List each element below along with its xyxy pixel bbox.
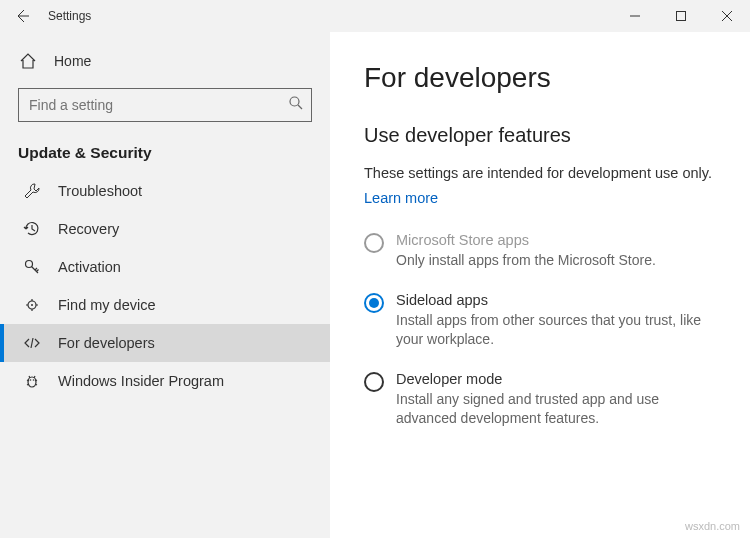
radio-desc: Only install apps from the Microsoft Sto…	[396, 251, 656, 270]
sidebar-item-label: Recovery	[58, 221, 119, 237]
maximize-icon	[676, 11, 686, 21]
radio-icon	[364, 293, 384, 313]
search-container	[18, 88, 312, 122]
radio-microsoft-store-apps[interactable]: Microsoft Store apps Only install apps f…	[364, 232, 722, 270]
sidebar-item-label: Troubleshoot	[58, 183, 142, 199]
svg-point-6	[30, 379, 32, 381]
code-icon	[22, 334, 42, 352]
section-header: Update & Security	[0, 140, 330, 172]
learn-more-link[interactable]: Learn more	[364, 190, 438, 206]
search-input[interactable]	[18, 88, 312, 122]
radio-group: Microsoft Store apps Only install apps f…	[364, 232, 722, 427]
radio-developer-mode[interactable]: Developer mode Install any signed and tr…	[364, 371, 722, 428]
sidebar-item-windows-insider[interactable]: Windows Insider Program	[0, 362, 330, 400]
sidebar-item-recovery[interactable]: Recovery	[0, 210, 330, 248]
page-subheading: Use developer features	[364, 124, 722, 147]
radio-title: Developer mode	[396, 371, 722, 387]
sidebar-item-find-my-device[interactable]: Find my device	[0, 286, 330, 324]
close-icon	[722, 11, 732, 21]
svg-point-5	[28, 377, 36, 387]
radio-sideload-apps[interactable]: Sideload apps Install apps from other so…	[364, 292, 722, 349]
sidebar: Home Update & Security Troubleshoot Reco…	[0, 32, 330, 538]
radio-icon	[364, 372, 384, 392]
history-icon	[22, 220, 42, 238]
titlebar: Settings	[0, 0, 750, 32]
sidebar-item-label: Windows Insider Program	[58, 373, 224, 389]
home-label: Home	[54, 53, 91, 69]
location-icon	[22, 296, 42, 314]
svg-point-2	[26, 261, 33, 268]
home-icon	[18, 52, 38, 70]
key-icon	[22, 258, 42, 276]
sidebar-item-label: For developers	[58, 335, 155, 351]
arrow-left-icon	[14, 8, 30, 24]
maximize-button[interactable]	[658, 0, 704, 32]
minimize-button[interactable]	[612, 0, 658, 32]
sidebar-item-label: Activation	[58, 259, 121, 275]
sidebar-item-activation[interactable]: Activation	[0, 248, 330, 286]
svg-point-4	[31, 304, 33, 306]
content-area: Home Update & Security Troubleshoot Reco…	[0, 32, 750, 538]
wrench-icon	[22, 182, 42, 200]
search-icon	[288, 95, 304, 115]
back-button[interactable]	[8, 2, 36, 30]
page-heading: For developers	[364, 62, 722, 94]
sidebar-item-label: Find my device	[58, 297, 156, 313]
watermark: wsxdn.com	[685, 520, 740, 532]
home-nav[interactable]: Home	[0, 44, 330, 78]
radio-title: Sideload apps	[396, 292, 722, 308]
minimize-icon	[630, 11, 640, 21]
close-button[interactable]	[704, 0, 750, 32]
svg-point-1	[290, 97, 299, 106]
svg-rect-0	[677, 12, 686, 21]
bug-icon	[22, 372, 42, 390]
sidebar-item-troubleshoot[interactable]: Troubleshoot	[0, 172, 330, 210]
svg-point-7	[33, 379, 35, 381]
radio-title: Microsoft Store apps	[396, 232, 656, 248]
page-description: These settings are intended for developm…	[364, 165, 722, 181]
main-panel: For developers Use developer features Th…	[330, 32, 750, 538]
radio-desc: Install apps from other sources that you…	[396, 311, 722, 349]
radio-icon	[364, 233, 384, 253]
sidebar-item-for-developers[interactable]: For developers	[0, 324, 330, 362]
radio-desc: Install any signed and trusted app and u…	[396, 390, 722, 428]
window-title: Settings	[48, 9, 91, 23]
